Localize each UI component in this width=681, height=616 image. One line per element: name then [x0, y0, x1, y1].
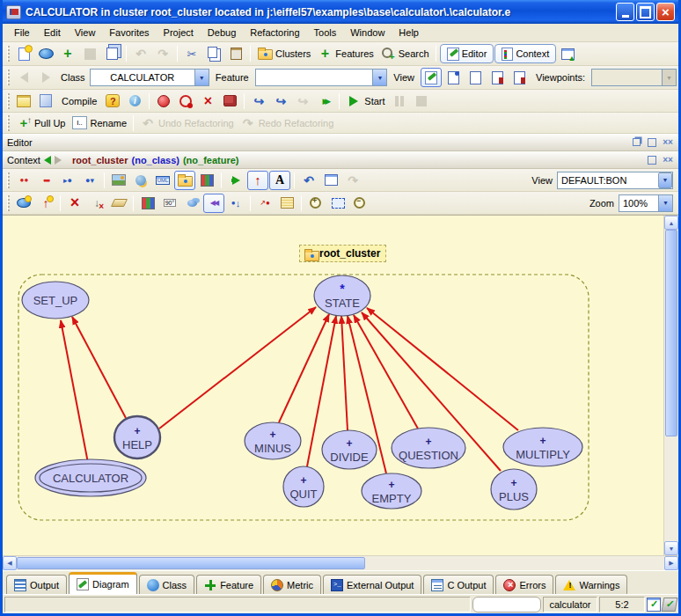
- unanchor-button[interactable]: [86, 194, 107, 213]
- cluster-view-button[interactable]: [174, 171, 195, 190]
- toolbar-grip[interactable]: [7, 195, 10, 211]
- class-node-set_up[interactable]: SET_UP: [22, 282, 89, 319]
- new-class-button[interactable]: [35, 44, 56, 63]
- stop-button[interactable]: [411, 92, 432, 111]
- comment-button[interactable]: [276, 194, 297, 213]
- new-dev-window-button[interactable]: [557, 44, 578, 63]
- diagram-view-combobox[interactable]: DEFAULT:BON ▼: [557, 172, 673, 189]
- view-interface-button[interactable]: [487, 68, 508, 87]
- horizontal-scrollbar[interactable]: ◀ ▶: [3, 555, 678, 570]
- inheritance-link-HELP-to-SET_UP[interactable]: [72, 317, 126, 418]
- class-node-state[interactable]: *STATE: [314, 275, 370, 316]
- cluster-tag[interactable]: root_cluster: [299, 245, 386, 262]
- class-node-quit[interactable]: +QUIT: [283, 466, 324, 507]
- view-editor-button[interactable]: [421, 68, 442, 87]
- close-button[interactable]: [656, 3, 675, 21]
- melt-button[interactable]: [13, 92, 34, 111]
- pause-button[interactable]: [389, 92, 410, 111]
- tab-class[interactable]: Class: [139, 575, 195, 594]
- diagram-redo-button[interactable]: [342, 171, 363, 190]
- history-forward-button[interactable]: [35, 68, 56, 87]
- close-panel-icon[interactable]: ××: [662, 136, 674, 149]
- maximize-button[interactable]: [636, 3, 655, 21]
- scroll-left-button[interactable]: ◀: [3, 556, 17, 570]
- menu-file[interactable]: File: [8, 26, 36, 40]
- menu-window[interactable]: Window: [344, 26, 391, 40]
- rename-button[interactable]: Rename: [69, 114, 129, 133]
- class-node-divide[interactable]: +DIVIDE: [322, 430, 377, 469]
- class-node-minus[interactable]: +MINUS: [245, 422, 301, 459]
- tab-c-output[interactable]: C Output: [423, 575, 494, 594]
- inheritance-link-MULTIPLY-to-STATE[interactable]: [367, 308, 518, 430]
- viewpoints-combobox[interactable]: ▼: [591, 69, 677, 86]
- add-midpoint-button[interactable]: [254, 194, 275, 213]
- context-back-icon[interactable]: [44, 156, 51, 165]
- reroute-links-button[interactable]: [203, 194, 224, 213]
- view-flat-contract-button[interactable]: [509, 68, 530, 87]
- undock-icon[interactable]: [630, 136, 642, 149]
- toolbar-grip[interactable]: [7, 70, 10, 85]
- project-info-button[interactable]: [124, 92, 145, 111]
- paste-button[interactable]: [225, 44, 246, 63]
- class-node-question[interactable]: +QUESTION: [392, 428, 465, 468]
- tab-errors[interactable]: Errors: [495, 575, 553, 594]
- inheritance-links-button[interactable]: [247, 171, 268, 190]
- context-crumb-class[interactable]: (no_class): [132, 155, 179, 165]
- tree-layout-button[interactable]: [35, 171, 56, 190]
- toolbar-grip[interactable]: [7, 115, 10, 131]
- class-node-calculator[interactable]: CALCULATOR: [35, 459, 146, 496]
- maximize-context-icon[interactable]: [646, 154, 658, 166]
- breakpoint-window-button[interactable]: [219, 92, 240, 111]
- class-combobox-arrow[interactable]: ▼: [194, 70, 209, 85]
- labels-toggle-button[interactable]: [269, 171, 290, 190]
- breakpoint-enable-button[interactable]: [153, 92, 174, 111]
- feature-combobox-arrow[interactable]: ▼: [372, 70, 386, 85]
- inheritance-link-HELP-to-STATE[interactable]: [159, 307, 316, 429]
- vertical-scrollbar[interactable]: ▲ ▼: [663, 216, 678, 555]
- inheritance-link-QUESTION-to-STATE[interactable]: [354, 315, 418, 429]
- pull-up-button[interactable]: Pull Up: [13, 114, 68, 133]
- vertical-scroll-thumb[interactable]: [665, 230, 677, 436]
- context-toggle-button[interactable]: Context: [494, 44, 556, 63]
- menu-debug[interactable]: Debug: [201, 26, 242, 40]
- class-node-multiply[interactable]: +MULTIPLY: [503, 428, 582, 466]
- save-button[interactable]: [79, 44, 100, 63]
- features-button[interactable]: +Features: [314, 44, 376, 63]
- toolbar-grip[interactable]: [7, 172, 10, 188]
- class-combobox[interactable]: CALCULATOR ▼: [90, 69, 209, 86]
- diagram-undo-button[interactable]: [298, 171, 319, 190]
- freeze-button[interactable]: [35, 92, 56, 111]
- force-layout-button[interactable]: [13, 171, 34, 190]
- menu-edit[interactable]: Edit: [38, 26, 67, 40]
- diagram-view-arrow[interactable]: ▼: [658, 172, 672, 188]
- export-diagram-button[interactable]: [130, 171, 151, 190]
- menu-tools[interactable]: Tools: [308, 26, 343, 40]
- search-button[interactable]: Search: [377, 44, 432, 63]
- compile-help-button[interactable]: [102, 92, 123, 111]
- zoom-combobox[interactable]: 100% ▼: [619, 194, 673, 212]
- toolbar-grip[interactable]: [7, 93, 10, 109]
- context-crumb-cluster[interactable]: root_cluster: [72, 155, 128, 165]
- delete-button[interactable]: [64, 194, 85, 213]
- step-into-button[interactable]: [248, 92, 269, 111]
- breakpoint-disable-button[interactable]: [175, 92, 196, 111]
- redo-refactoring-button[interactable]: Redo Refactoring: [238, 114, 337, 133]
- run-ignore-button[interactable]: [314, 92, 335, 111]
- toolbar-grip[interactable]: [7, 46, 10, 62]
- redo-button[interactable]: [152, 44, 173, 63]
- erase-button[interactable]: [108, 194, 129, 213]
- class-view-button[interactable]: [196, 171, 217, 190]
- close-context-icon[interactable]: ××: [662, 154, 674, 166]
- tab-metric[interactable]: Metric: [263, 575, 321, 594]
- diagram-history-button[interactable]: [320, 171, 341, 190]
- context-crumb-feature[interactable]: (no_feature): [183, 155, 239, 165]
- view-flat-button[interactable]: [443, 68, 464, 87]
- maximize-panel-icon[interactable]: [646, 136, 658, 149]
- context-forward-icon[interactable]: [55, 156, 62, 165]
- undo-button[interactable]: [130, 44, 151, 63]
- breakpoint-remove-button[interactable]: [197, 92, 218, 111]
- rotate-button[interactable]: [159, 194, 180, 213]
- uml-view-button[interactable]: [152, 171, 173, 190]
- history-back-button[interactable]: [13, 68, 34, 87]
- zoom-out-button[interactable]: [349, 194, 370, 213]
